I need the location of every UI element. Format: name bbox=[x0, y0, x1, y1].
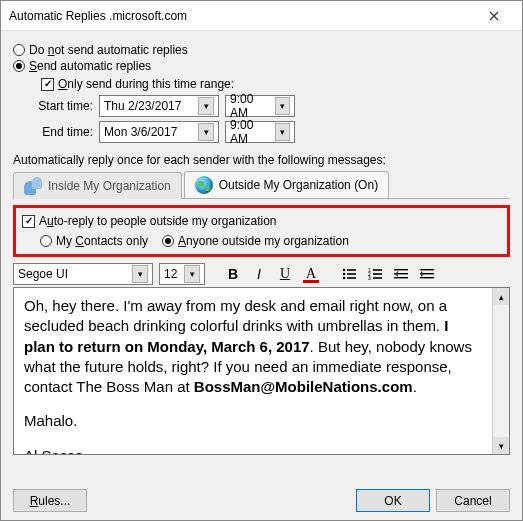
svg-point-2 bbox=[343, 273, 346, 276]
msg-text: . bbox=[413, 378, 417, 395]
start-time-value: 9:00 AM bbox=[230, 92, 271, 120]
font-color-button[interactable]: A bbox=[301, 264, 321, 284]
editor-scrollbar[interactable]: ▴ ▾ bbox=[492, 288, 509, 454]
font-size-value: 12 bbox=[164, 267, 177, 281]
svg-rect-5 bbox=[347, 277, 356, 279]
people-icon bbox=[24, 177, 42, 195]
increase-indent-button[interactable] bbox=[417, 264, 437, 284]
outside-options-highlight: Auto-reply to people outside my organiza… bbox=[13, 205, 510, 257]
radio-icon bbox=[13, 44, 25, 56]
tabs: Inside My Organization Outside My Organi… bbox=[13, 171, 510, 199]
decrease-indent-button[interactable] bbox=[391, 264, 411, 284]
end-date-value: Mon 3/6/2017 bbox=[104, 125, 177, 139]
scroll-up-button[interactable]: ▴ bbox=[493, 288, 509, 305]
scope-anyone[interactable]: Anyone outside my organization bbox=[162, 234, 349, 248]
msg-text: Oh, hey there. I'm away from my desk and… bbox=[24, 297, 447, 334]
svg-rect-11 bbox=[373, 277, 382, 279]
message-paragraph-3: Al Sacco bbox=[24, 446, 482, 455]
format-toolbar: Segoe UI ▾ 12 ▾ B I U A 123 bbox=[13, 263, 510, 285]
rules-button[interactable]: Rules... bbox=[13, 489, 87, 512]
only-send-range-label: Only send during this time range: bbox=[58, 77, 234, 91]
svg-rect-12 bbox=[394, 269, 408, 270]
end-time-select[interactable]: 9:00 AM ▾ bbox=[225, 121, 295, 143]
message-editor-wrap: Oh, hey there. I'm away from my desk and… bbox=[13, 287, 510, 455]
auto-reply-outside[interactable]: Auto-reply to people outside my organiza… bbox=[22, 214, 501, 228]
mode-do-not-send-label: Do not send automatic replies bbox=[29, 43, 188, 57]
radio-icon bbox=[40, 235, 52, 247]
mode-do-not-send[interactable]: Do not send automatic replies bbox=[13, 43, 510, 57]
svg-text:3: 3 bbox=[368, 275, 371, 280]
scope-contacts-only[interactable]: My Contacts only bbox=[40, 234, 148, 248]
window-title: Automatic Replies .microsoft.com bbox=[9, 9, 474, 23]
auto-reply-outside-label: Auto-reply to people outside my organiza… bbox=[39, 214, 277, 228]
chevron-down-icon: ▾ bbox=[184, 265, 200, 283]
tab-inside[interactable]: Inside My Organization bbox=[13, 172, 182, 199]
svg-rect-14 bbox=[394, 277, 408, 278]
only-send-range[interactable]: Only send during this time range: bbox=[41, 77, 510, 91]
mode-send-label: Send automatic replies bbox=[29, 59, 151, 73]
message-paragraph-2: Mahalo. bbox=[24, 411, 482, 431]
start-time-row: Start time: Thu 2/23/2017 ▾ 9:00 AM ▾ bbox=[13, 95, 510, 117]
svg-point-4 bbox=[343, 277, 346, 280]
svg-point-0 bbox=[343, 269, 346, 272]
underline-button[interactable]: U bbox=[275, 264, 295, 284]
svg-rect-15 bbox=[420, 269, 434, 270]
italic-button[interactable]: I bbox=[249, 264, 269, 284]
bold-button[interactable]: B bbox=[223, 264, 243, 284]
message-editor[interactable]: Oh, hey there. I'm away from my desk and… bbox=[14, 288, 492, 454]
end-time-row: End time: Mon 3/6/2017 ▾ 9:00 AM ▾ bbox=[13, 121, 510, 143]
globe-icon bbox=[195, 176, 213, 194]
tab-outside-label: Outside My Organization (On) bbox=[219, 178, 378, 192]
mode-send[interactable]: Send automatic replies bbox=[13, 59, 510, 73]
scope-anyone-label: Anyone outside my organization bbox=[178, 234, 349, 248]
button-bar: Rules... OK Cancel bbox=[13, 489, 510, 512]
scroll-down-button[interactable]: ▾ bbox=[493, 437, 509, 454]
svg-rect-7 bbox=[373, 269, 382, 271]
outside-scope: My Contacts only Anyone outside my organ… bbox=[40, 232, 501, 250]
start-time-select[interactable]: 9:00 AM ▾ bbox=[225, 95, 295, 117]
svg-rect-17 bbox=[420, 277, 434, 278]
checkbox-icon bbox=[41, 78, 54, 91]
radio-icon bbox=[162, 235, 174, 247]
radio-icon bbox=[13, 60, 25, 72]
chevron-down-icon: ▾ bbox=[198, 123, 214, 141]
bullet-list-button[interactable] bbox=[339, 264, 359, 284]
font-family-value: Segoe UI bbox=[18, 267, 68, 281]
titlebar: Automatic Replies .microsoft.com bbox=[1, 1, 522, 31]
chevron-down-icon: ▾ bbox=[198, 97, 214, 115]
tab-inside-label: Inside My Organization bbox=[48, 179, 171, 193]
scroll-track[interactable] bbox=[493, 305, 509, 437]
font-size-select[interactable]: 12 ▾ bbox=[159, 263, 205, 285]
dialog-body: Do not send automatic replies Send autom… bbox=[1, 31, 522, 461]
start-time-label: Start time: bbox=[13, 99, 93, 113]
chevron-down-icon: ▾ bbox=[275, 97, 290, 115]
start-date-select[interactable]: Thu 2/23/2017 ▾ bbox=[99, 95, 219, 117]
chevron-down-icon: ▾ bbox=[275, 123, 290, 141]
numbered-list-button[interactable]: 123 bbox=[365, 264, 385, 284]
message-paragraph-1: Oh, hey there. I'm away from my desk and… bbox=[24, 296, 482, 397]
close-button[interactable] bbox=[474, 2, 514, 30]
checkbox-icon bbox=[22, 215, 35, 228]
end-time-label: End time: bbox=[13, 125, 93, 139]
chevron-down-icon: ▾ bbox=[132, 265, 148, 283]
msg-bold-email: BossMan@MobileNations.com bbox=[194, 378, 413, 395]
svg-rect-1 bbox=[347, 269, 356, 271]
cancel-button[interactable]: Cancel bbox=[436, 489, 510, 512]
end-date-select[interactable]: Mon 3/6/2017 ▾ bbox=[99, 121, 219, 143]
font-family-select[interactable]: Segoe UI ▾ bbox=[13, 263, 153, 285]
ok-button[interactable]: OK bbox=[356, 489, 430, 512]
scope-contacts-only-label: My Contacts only bbox=[56, 234, 148, 248]
svg-rect-9 bbox=[373, 273, 382, 275]
close-icon bbox=[489, 11, 499, 21]
end-time-value: 9:00 AM bbox=[230, 118, 271, 146]
svg-rect-3 bbox=[347, 273, 356, 275]
auto-reply-label: Automatically reply once for each sender… bbox=[13, 153, 510, 167]
tab-outside[interactable]: Outside My Organization (On) bbox=[184, 171, 389, 198]
start-date-value: Thu 2/23/2017 bbox=[104, 99, 181, 113]
auto-replies-dialog: Automatic Replies .microsoft.com Do not … bbox=[0, 0, 523, 521]
